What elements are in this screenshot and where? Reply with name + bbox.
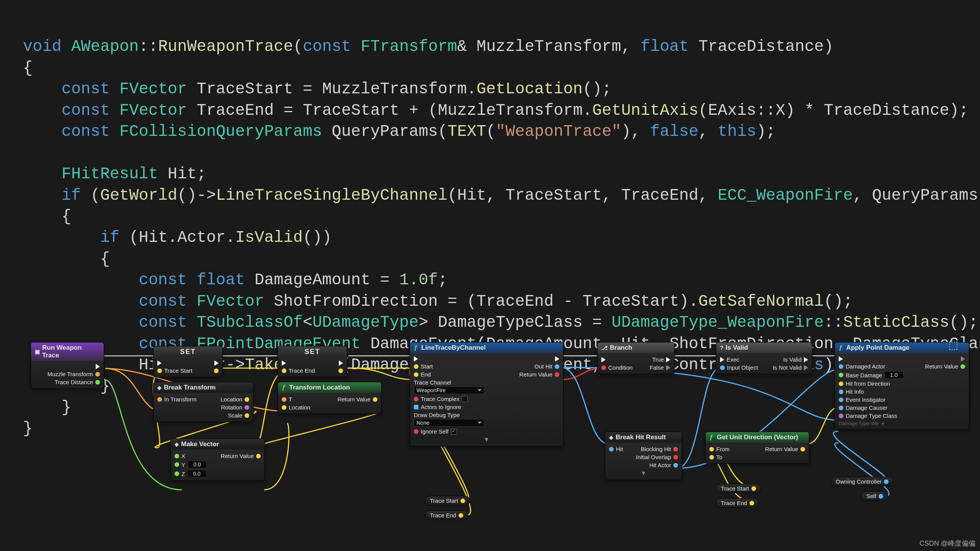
scale-pin[interactable] <box>245 413 249 418</box>
trace-complex-checkbox[interactable] <box>462 396 468 402</box>
hit-pin[interactable] <box>609 447 614 452</box>
is-valid-pin[interactable] <box>804 357 808 362</box>
t-pin[interactable] <box>282 397 286 402</box>
z-input[interactable]: 0.0 <box>187 470 206 478</box>
break-icon: ◈ <box>609 434 613 440</box>
out-pin[interactable] <box>461 499 465 503</box>
draw-debug-dropdown[interactable]: None <box>414 419 484 427</box>
out-hit-pin[interactable] <box>555 364 559 369</box>
value-in-pin[interactable] <box>282 368 286 373</box>
hit-info-pin[interactable] <box>839 390 843 394</box>
rotation-pin[interactable] <box>245 405 249 410</box>
cube-icon: ⬚ <box>948 339 958 351</box>
chevron-down-icon[interactable]: ▼ <box>640 470 647 477</box>
ignore-self-checkbox[interactable] <box>451 429 457 435</box>
chevron-down-icon[interactable]: ▼ <box>483 436 490 443</box>
value-out-pin[interactable] <box>214 368 219 373</box>
return-pin[interactable] <box>800 447 805 452</box>
trace-distance-pin[interactable] <box>95 380 100 385</box>
var-owning-controller-pill[interactable]: Owning Controller <box>831 477 893 486</box>
y-input[interactable]: 0.0 <box>188 461 207 468</box>
out-pin[interactable] <box>750 501 754 505</box>
exec-in-pin[interactable] <box>157 360 162 366</box>
node-get-unit-direction[interactable]: ƒGet Unit Direction (Vector) FromReturn … <box>705 432 809 464</box>
out-pin[interactable] <box>459 513 463 518</box>
location-pin[interactable] <box>245 397 249 402</box>
from-pin[interactable] <box>709 447 714 452</box>
exec-in-pin[interactable] <box>720 357 724 362</box>
initial-overlap-pin[interactable] <box>673 455 678 460</box>
node-set-trace-end[interactable]: SET Trace End <box>278 346 347 377</box>
exec-in-pin[interactable] <box>282 360 286 366</box>
damage-causer-pin[interactable] <box>839 406 843 410</box>
trace-channel-dropdown[interactable]: WeaponFire <box>414 386 484 394</box>
in-transform-pin[interactable] <box>157 397 162 402</box>
start-pin[interactable] <box>414 364 418 369</box>
base-damage-input[interactable]: 1.0 <box>884 371 903 379</box>
node-make-vector[interactable]: ◈Make Vector XReturn Value Y0.0 Z0.0 <box>170 439 265 481</box>
func-icon: ƒ <box>414 344 417 352</box>
return-pin[interactable] <box>373 397 377 402</box>
exec-out-pin[interactable] <box>555 356 559 362</box>
base-damage-pin[interactable] <box>839 373 843 377</box>
event-icon: ▣ <box>35 349 40 355</box>
pure-func-icon: ƒ <box>709 434 713 441</box>
muzzle-transform-pin[interactable] <box>95 372 100 377</box>
pure-func-icon: ƒ <box>282 384 285 391</box>
input-object-pin[interactable] <box>720 365 725 370</box>
exec-in-pin[interactable] <box>839 356 843 362</box>
exec-out-pin[interactable] <box>96 364 100 369</box>
node-transform-location[interactable]: ƒTransform Location TReturn Value Locati… <box>278 382 382 414</box>
out-pin[interactable] <box>751 486 756 491</box>
node-break-hit-result[interactable]: ◈Break Hit Result HitBlocking Hit Initia… <box>605 432 682 480</box>
value-out-pin[interactable] <box>338 368 343 373</box>
var-trace-start-pill[interactable]: Trace Start <box>425 496 470 505</box>
actors-ignore-pin[interactable] <box>414 405 418 409</box>
exec-in-pin[interactable] <box>414 356 418 362</box>
node-is-valid[interactable]: ?Is Valid ExecIs Valid Input ObjectIs No… <box>716 342 812 374</box>
hit-from-direction-pin[interactable] <box>839 381 843 386</box>
exec-out-pin[interactable] <box>339 360 343 366</box>
return-pin[interactable] <box>555 372 559 377</box>
break-icon: ◈ <box>157 385 162 391</box>
location-pin[interactable] <box>282 405 286 410</box>
return-pin[interactable] <box>960 364 965 369</box>
event-instigator-pin[interactable] <box>839 398 843 402</box>
x-pin[interactable] <box>175 454 179 458</box>
hit-actor-pin[interactable] <box>673 463 678 468</box>
var-trace-end-pill-2[interactable]: Trace End <box>716 498 759 508</box>
func-icon: ƒ <box>839 344 842 352</box>
damaged-actor-pin[interactable] <box>839 364 843 369</box>
trace-complex-pin[interactable] <box>414 397 418 401</box>
return-pin[interactable] <box>256 454 261 458</box>
node-apply-point-damage[interactable]: ⬚ ƒApply Point Damage Damaged ActorRetur… <box>835 342 969 430</box>
exec-in-pin[interactable] <box>601 357 606 362</box>
node-set-trace-start[interactable]: SET Trace Start <box>153 346 223 377</box>
blueprint-graph[interactable]: ▣Run Weapon Trace Muzzle Transform Trace… <box>23 337 980 543</box>
condition-pin[interactable] <box>601 365 606 370</box>
ignore-self-pin[interactable] <box>414 429 418 434</box>
damage-type-ghost: Damage Type We <box>839 421 879 426</box>
false-pin[interactable] <box>666 365 670 370</box>
out-pin[interactable] <box>884 479 889 484</box>
node-linetrace-by-channel[interactable]: ƒLineTraceByChannel StartOut Hit EndRetu… <box>410 342 564 447</box>
out-pin[interactable] <box>879 494 883 499</box>
node-branch[interactable]: ⎇Branch True ConditionFalse <box>597 342 675 374</box>
var-trace-start-pill-2[interactable]: Trace Start <box>716 484 761 493</box>
not-valid-pin[interactable] <box>804 365 808 370</box>
var-trace-end-pill[interactable]: Trace End <box>425 510 468 520</box>
y-pin[interactable] <box>175 462 179 467</box>
true-pin[interactable] <box>666 357 670 362</box>
exec-out-pin[interactable] <box>214 360 219 366</box>
chevron-down-icon[interactable]: ▼ <box>881 421 885 426</box>
exec-out-pin[interactable] <box>961 356 965 362</box>
blocking-hit-pin[interactable] <box>673 447 678 452</box>
node-run-weapon-trace[interactable]: ▣Run Weapon Trace Muzzle Transform Trace… <box>31 342 104 389</box>
var-self-pill[interactable]: Self <box>861 491 888 501</box>
end-pin[interactable] <box>414 372 418 377</box>
z-pin[interactable] <box>175 471 179 476</box>
damage-type-class-pin[interactable] <box>839 414 843 418</box>
node-break-transform[interactable]: ◈Break Transform In TransformLocation Ro… <box>153 382 253 422</box>
value-in-pin[interactable] <box>157 368 162 373</box>
to-pin[interactable] <box>709 455 714 460</box>
